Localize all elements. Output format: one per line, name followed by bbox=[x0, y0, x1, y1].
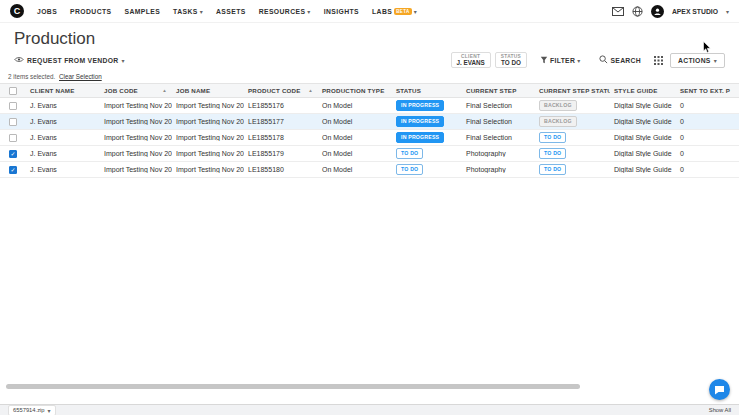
cell-style-guide: Digital Style Guide bbox=[610, 150, 676, 157]
step-status-badge: TO DO bbox=[539, 148, 566, 158]
cell-status: TO DO bbox=[392, 164, 462, 174]
search-button[interactable]: SEARCH bbox=[593, 54, 647, 66]
nav-item-label: SAMPLES bbox=[124, 8, 160, 15]
nav-item-jobs[interactable]: JOBS bbox=[37, 8, 57, 15]
cell-sent-to-ext: 0 bbox=[676, 166, 739, 173]
download-item[interactable]: 6557914.zip ▾ bbox=[8, 405, 56, 415]
brand-logo[interactable]: C bbox=[10, 4, 24, 18]
cell-style-guide: Digital Style Guide bbox=[610, 134, 676, 141]
nav-items: JOBSPRODUCTSSAMPLESTASKS▾ASSETSRESOURCES… bbox=[37, 8, 417, 15]
status-badge: IN PROGRESS bbox=[396, 100, 444, 110]
cell-client-name: J. Evans bbox=[26, 118, 100, 125]
table-row[interactable]: J. EvansImport Testing Nov 2020Import Te… bbox=[0, 98, 739, 114]
cell-status: TO DO bbox=[392, 148, 462, 158]
filter-button[interactable]: FILTER ▾ bbox=[534, 55, 586, 66]
nav-item-label: PRODUCTS bbox=[70, 8, 111, 15]
nav-item-products[interactable]: PRODUCTS bbox=[70, 8, 111, 15]
table-row[interactable]: ✓J. EvansImport Testing Nov 2020Import T… bbox=[0, 146, 739, 162]
cell-current-step-status: TO DO bbox=[535, 148, 610, 158]
select-all-checkbox[interactable] bbox=[9, 87, 17, 95]
chevron-down-icon: ▾ bbox=[121, 57, 124, 64]
grid-view-icon[interactable] bbox=[654, 56, 663, 65]
table-row[interactable]: J. EvansImport Testing Nov 2020Import Te… bbox=[0, 114, 739, 130]
search-label: SEARCH bbox=[610, 57, 641, 64]
column-header-style_guide[interactable]: STYLE GUIDE bbox=[610, 87, 676, 94]
horizontal-scrollbar[interactable] bbox=[6, 384, 580, 389]
cell-sent-to-ext: 0 bbox=[676, 150, 739, 157]
nav-item-labs[interactable]: LABSBETA▾ bbox=[372, 8, 417, 15]
cell-checkbox bbox=[0, 118, 26, 126]
nav-item-insights[interactable]: INSIGHTS bbox=[324, 8, 359, 15]
column-header-label: CURRENT STEP STATUS bbox=[539, 87, 610, 94]
chat-bubble-icon bbox=[714, 381, 725, 399]
account-name[interactable]: APEX STUDIO bbox=[672, 8, 718, 15]
cell-sent-to-ext: 0 bbox=[676, 134, 739, 141]
show-all-link[interactable]: Show All bbox=[709, 407, 731, 413]
nav-right: APEX STUDIO ▾ bbox=[612, 5, 729, 18]
column-header-job_code[interactable]: JOB CODE▲ bbox=[100, 87, 172, 94]
column-header-label: STATUS bbox=[396, 87, 421, 94]
cell-product-code: LE1855178 bbox=[244, 134, 318, 141]
row-checkbox[interactable] bbox=[9, 134, 17, 142]
cell-checkbox bbox=[0, 134, 26, 142]
filter-chip-status[interactable]: STATUSTO DO bbox=[495, 52, 527, 68]
avatar[interactable] bbox=[651, 5, 664, 18]
actions-button[interactable]: ACTIONS ▾ bbox=[670, 53, 725, 68]
column-header-label: SENT TO EXT. P bbox=[680, 87, 730, 94]
row-checkbox[interactable]: ✓ bbox=[9, 150, 17, 158]
column-header-product_code[interactable]: PRODUCT CODE▲ bbox=[244, 87, 318, 94]
nav-item-samples[interactable]: SAMPLES bbox=[124, 8, 160, 15]
cell-product-code: LE1855179 bbox=[244, 150, 318, 157]
nav-item-resources[interactable]: RESOURCES▾ bbox=[259, 8, 311, 15]
column-header-status[interactable]: STATUS bbox=[392, 87, 462, 94]
step-status-badge: TO DO bbox=[539, 164, 566, 174]
cell-current-step: Final Selection bbox=[462, 118, 535, 125]
sort-asc-icon: ▲ bbox=[308, 88, 313, 93]
column-header-sent_ext[interactable]: SENT TO EXT. P bbox=[676, 87, 739, 94]
table-body: J. EvansImport Testing Nov 2020Import Te… bbox=[0, 98, 739, 178]
beta-badge: BETA bbox=[394, 8, 412, 15]
column-header-client[interactable]: CLIENT NAME bbox=[26, 87, 100, 94]
app-window: C JOBSPRODUCTSSAMPLESTASKS▾ASSETSRESOURC… bbox=[0, 0, 739, 415]
nav-item-label: ASSETS bbox=[216, 8, 246, 15]
status-badge: IN PROGRESS bbox=[396, 132, 444, 142]
status-badge: TO DO bbox=[396, 148, 423, 158]
row-checkbox[interactable] bbox=[9, 118, 17, 126]
table-row[interactable]: J. EvansImport Testing Nov 2020Import Te… bbox=[0, 130, 739, 146]
chat-launcher[interactable] bbox=[709, 379, 730, 400]
nav-item-label: LABS bbox=[372, 8, 392, 15]
chevron-down-icon: ▾ bbox=[48, 407, 51, 414]
clear-selection-link[interactable]: Clear Selection bbox=[59, 73, 102, 80]
chip-value: TO DO bbox=[501, 59, 521, 66]
cell-current-step-status: TO DO bbox=[535, 132, 610, 142]
column-header-current_step[interactable]: CURRENT STEP bbox=[462, 87, 535, 94]
column-header-production_type[interactable]: PRODUCTION TYPE bbox=[318, 87, 392, 94]
cell-current-step: Final Selection bbox=[462, 102, 535, 109]
cell-checkbox bbox=[0, 102, 26, 110]
actions-label: ACTIONS bbox=[678, 57, 711, 64]
step-status-badge: BACKLOG bbox=[539, 100, 577, 110]
table-row[interactable]: ✓J. EvansImport Testing Nov 2020Import T… bbox=[0, 162, 739, 178]
header-row: REQUEST FROM VENDOR ▾ CLIENTJ. EVANSSTAT… bbox=[14, 52, 725, 68]
row-checkbox[interactable] bbox=[9, 102, 17, 110]
column-header-job_name[interactable]: JOB NAME bbox=[172, 87, 244, 94]
row-checkbox[interactable]: ✓ bbox=[9, 166, 17, 174]
nav-item-assets[interactable]: ASSETS bbox=[216, 8, 246, 15]
nav-item-tasks[interactable]: TASKS▾ bbox=[173, 8, 203, 15]
cell-job-code: Import Testing Nov 2020 bbox=[100, 102, 172, 109]
cell-current-step-status: BACKLOG bbox=[535, 100, 610, 110]
globe-icon[interactable] bbox=[632, 6, 643, 17]
chevron-down-icon: ▾ bbox=[414, 8, 417, 15]
request-from-vendor-button[interactable]: REQUEST FROM VENDOR ▾ bbox=[14, 54, 125, 66]
cell-job-code: Import Testing Nov 2020 bbox=[100, 150, 172, 157]
cell-job-name: Import Testing Nov 2020 bbox=[172, 102, 244, 109]
inbox-icon[interactable] bbox=[612, 7, 624, 16]
cell-current-step-status: TO DO bbox=[535, 164, 610, 174]
cell-job-code: Import Testing Nov 2020 bbox=[100, 166, 172, 173]
cell-production-type: On Model bbox=[318, 134, 392, 141]
cell-job-code: Import Testing Nov 2020 bbox=[100, 118, 172, 125]
column-header-step_status[interactable]: CURRENT STEP STATUS bbox=[535, 87, 610, 94]
column-header-label: JOB NAME bbox=[176, 87, 210, 94]
cell-status: IN PROGRESS bbox=[392, 132, 462, 142]
filter-chip-client[interactable]: CLIENTJ. EVANS bbox=[451, 52, 491, 68]
